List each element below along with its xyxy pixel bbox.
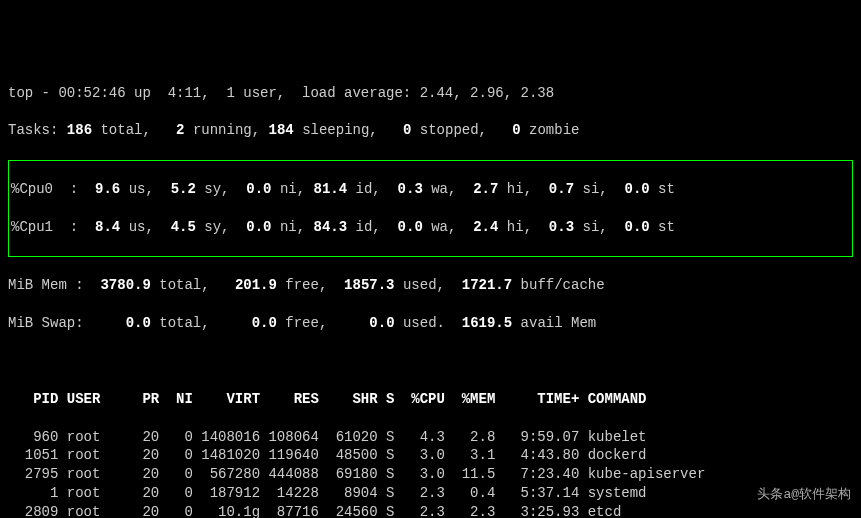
cpu-highlight-box: %Cpu0 : 9.6 us, 5.2 sy, 0.0 ni, 81.4 id,… [8,160,853,256]
process-row: 2809 root 20 0 10.1g 87716 24560 S 2.3 2… [8,503,853,518]
process-list: 960 root 20 0 1408016 108064 61020 S 4.3… [8,428,853,518]
process-row: 960 root 20 0 1408016 108064 61020 S 4.3… [8,428,853,447]
cpu1-line: %Cpu1 : 8.4 us, 4.5 sy, 0.0 ni, 84.3 id,… [11,218,850,237]
tasks-line: Tasks: 186 total, 2 running, 184 sleepin… [8,121,853,140]
process-table-header: PID USER PR NI VIRT RES SHR S %CPU %MEM … [8,390,853,409]
process-row: 2795 root 20 0 567280 444088 69180 S 3.0… [8,465,853,484]
watermark: 头条a@软件架构 [755,486,853,504]
swap-line: MiB Swap: 0.0 total, 0.0 free, 0.0 used.… [8,314,853,333]
process-row: 1 root 20 0 187912 14228 8904 S 2.3 0.4 … [8,484,853,503]
top-uptime-line: top - 00:52:46 up 4:11, 1 user, load ave… [8,84,853,103]
cpu0-line: %Cpu0 : 9.6 us, 5.2 sy, 0.0 ni, 81.4 id,… [11,180,850,199]
process-row: 1051 root 20 0 1481020 119640 48500 S 3.… [8,446,853,465]
mem-line: MiB Mem : 3780.9 total, 201.9 free, 1857… [8,276,853,295]
